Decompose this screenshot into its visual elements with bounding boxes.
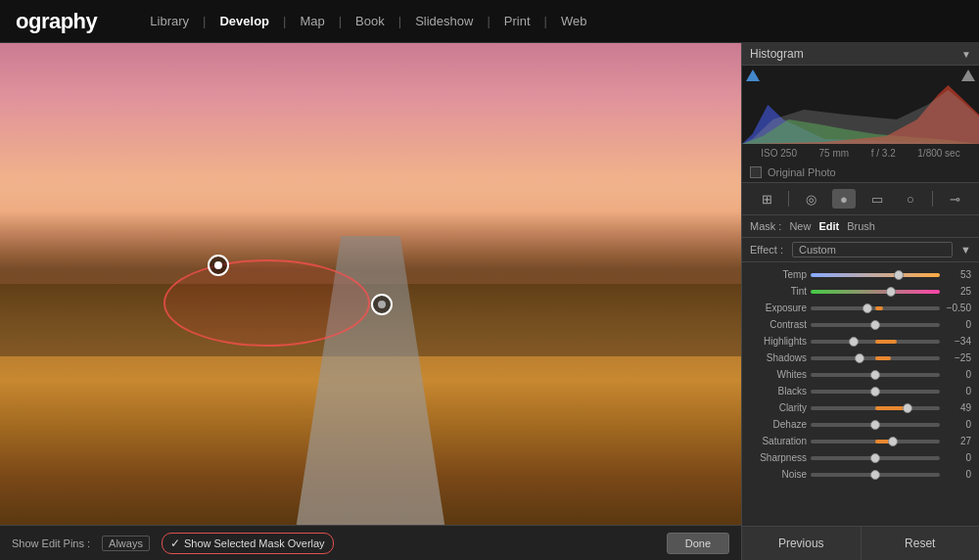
shadows-slider[interactable] [811,356,940,360]
dehaze-slider-row: Dehaze 0 [742,416,979,433]
nav-develop[interactable]: Develop [206,0,283,43]
temp-slider-row: Temp 53 [742,266,979,283]
shadows-label: Shadows [750,352,807,363]
sharpness-value: 0 [944,452,971,463]
temp-thumb[interactable] [894,270,904,280]
blacks-label: Blacks [750,386,807,397]
effect-dropdown-icon[interactable]: ▼ [960,244,971,256]
saturation-slider[interactable] [811,440,940,443]
show-mask-overlay-toggle[interactable]: ✓ Show Selected Mask Overlay [162,533,334,554]
radial-tool-icon[interactable]: ◎ [799,189,822,209]
sharpness-thumb[interactable] [870,453,880,463]
effect-row: Effect : Custom ▼ [742,238,979,262]
histogram-canvas [742,66,979,144]
contrast-slider-row: Contrast 0 [742,316,979,333]
whites-slider-row: Whites 0 [742,366,979,383]
circle-tool-icon[interactable]: ○ [899,189,922,209]
whites-label: Whites [750,369,807,380]
sharpness-slider[interactable] [811,456,940,460]
nav-print[interactable]: Print [490,0,544,43]
clarity-thumb[interactable] [903,403,912,413]
mask-pin-2[interactable] [371,294,393,315]
image-area: Show Edit Pins : Always ✓ Show Selected … [0,43,741,560]
contrast-thumb[interactable] [870,320,880,330]
sharpness-slider-row: Sharpness 0 [742,449,979,466]
mask-edit-button[interactable]: Edit [818,220,839,232]
effect-label: Effect : [750,244,784,256]
brush-tool-icon[interactable]: ● [832,189,856,209]
highlights-slider[interactable] [811,340,940,344]
main-layout: Show Edit Pins : Always ✓ Show Selected … [0,43,979,560]
rect-tool-icon[interactable]: ▭ [865,189,889,209]
clarity-slider-row: Clarity 49 [742,399,979,416]
saturation-thumb[interactable] [888,437,898,446]
tint-label: Tint [750,286,807,297]
mask-row: Mask : New Edit Brush [742,215,979,238]
temp-value: 53 [944,269,971,280]
whites-thumb[interactable] [870,370,880,380]
show-pins-label: Show Edit Pins : [12,537,90,549]
mask-overlay-checkmark: ✓ [170,537,180,550]
dehaze-thumb[interactable] [870,420,880,430]
mask-label: Mask : [750,220,781,232]
highlights-thumb[interactable] [849,337,859,347]
noise-thumb[interactable] [870,470,880,480]
dehaze-value: 0 [944,419,971,430]
blacks-thumb[interactable] [870,387,880,397]
clarity-label: Clarity [750,402,807,413]
saturation-slider-row: Saturation 27 [742,433,979,449]
whites-slider[interactable] [811,373,940,377]
mask-new-button[interactable]: New [789,220,811,232]
nav-library[interactable]: Library [136,0,203,43]
histogram-highlights-triangle[interactable] [961,70,975,81]
shadows-thumb[interactable] [855,353,864,363]
exposure-thumb[interactable] [862,303,872,313]
contrast-slider[interactable] [811,323,940,327]
nav-links: Library | Develop | Map | Book | Slidesh… [136,0,600,43]
sliders-section: Temp 53 Tint 25 Exposure [742,262,979,526]
reset-button[interactable]: Reset [862,527,980,560]
histogram-arrow-icon[interactable]: ▼ [961,49,971,60]
blacks-value: 0 [944,386,971,397]
clarity-value: 49 [944,402,971,413]
noise-slider[interactable] [811,473,940,477]
mask-brush-button[interactable]: Brush [847,220,875,232]
exposure-slider[interactable] [811,306,940,310]
dehaze-slider[interactable] [811,423,940,427]
focal-value: 75 mm [819,148,850,159]
histogram-shadows-triangle[interactable] [746,70,760,81]
histogram-title: Histogram [750,47,804,61]
show-pins-dropdown[interactable]: Always [102,536,150,551]
noise-label: Noise [750,469,807,480]
previous-button[interactable]: Previous [742,527,862,560]
nav-map[interactable]: Map [286,0,338,43]
grid-tool-icon[interactable]: ⊞ [755,189,778,209]
original-photo-row: Original Photo [742,163,979,182]
whites-value: 0 [944,369,971,380]
histogram-section: Histogram ▼ ISO 250 75 m [742,43,979,183]
contrast-value: 0 [944,319,971,330]
histogram-header: Histogram ▼ [742,43,979,66]
tint-slider[interactable] [811,290,940,294]
nav-slideshow[interactable]: Slideshow [401,0,487,43]
blacks-slider-row: Blacks 0 [742,383,979,399]
blacks-slider[interactable] [811,390,940,394]
bottom-buttons: Previous Reset [742,526,979,560]
mask-overlay-label: Show Selected Mask Overlay [184,537,325,549]
nav-book[interactable]: Book [342,0,398,43]
contrast-label: Contrast [750,319,807,330]
tools-row: ⊞ ◎ ● ▭ ○ ⊸ [742,183,979,215]
saturation-value: 27 [944,436,971,446]
exposure-label: Exposure [750,303,807,313]
tint-thumb[interactable] [886,287,896,297]
done-button[interactable]: Done [667,533,729,554]
original-photo-label: Original Photo [768,166,836,178]
exposure-value: −0.50 [944,303,971,313]
nav-web[interactable]: Web [547,0,601,43]
exposure-slider-row: Exposure −0.50 [742,300,979,316]
slider-tool-icon[interactable]: ⊸ [943,189,966,209]
top-navigation: ography Library | Develop | Map | Book |… [0,0,979,43]
original-photo-checkbox[interactable] [750,166,762,178]
clarity-slider[interactable] [811,406,940,410]
temp-slider[interactable] [811,273,940,277]
